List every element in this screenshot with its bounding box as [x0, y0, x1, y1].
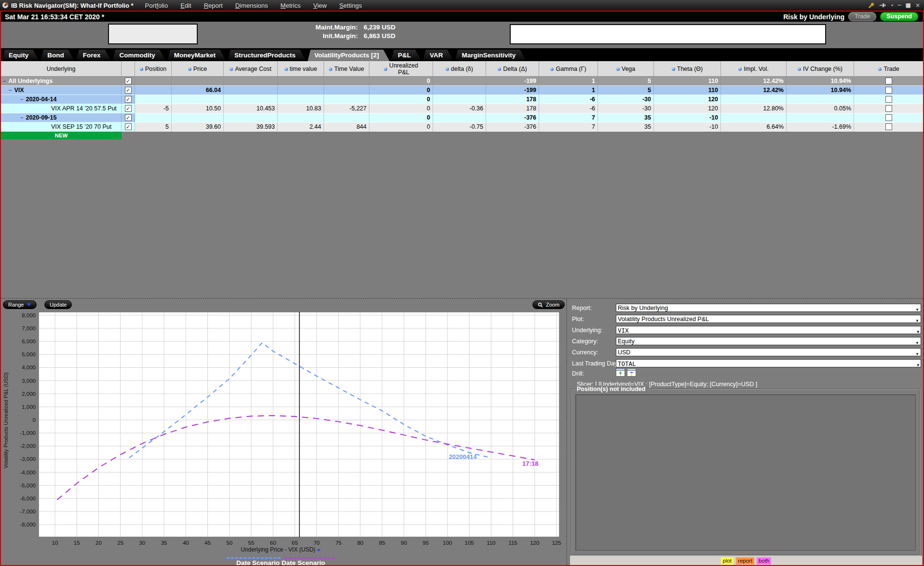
trade-checkbox[interactable] [885, 105, 892, 112]
column-header-iv-change-[interactable]: IV Change (%) [787, 61, 854, 77]
tab-p-l[interactable]: P&L [391, 50, 421, 61]
column-header-underlying[interactable]: Underlying [1, 61, 122, 77]
trade-cell[interactable] [854, 122, 924, 132]
column-header-time-value[interactable]: time value [278, 61, 324, 77]
tab-moneymarket[interactable]: MoneyMarket [167, 50, 226, 61]
trade-button[interactable]: Trade [848, 12, 876, 21]
tab-equity[interactable]: Equity [2, 50, 39, 61]
row-include-checkbox[interactable]: ✓ [122, 77, 135, 86]
trade-checkbox[interactable] [885, 114, 892, 121]
column-header-impl-vol-[interactable]: Impl. Vol. [721, 61, 787, 77]
row-label[interactable]: VIX SEP 15 '20 70 Put [1, 122, 122, 132]
row-include-checkbox[interactable]: ✓ [122, 122, 135, 132]
row-include-checkbox[interactable]: ✓ [122, 104, 135, 113]
collapse-minus-icon[interactable]: − [20, 97, 23, 102]
maximize-button[interactable]: ■ [906, 2, 911, 8]
checkbox-icon[interactable]: ✓ [125, 87, 132, 94]
trade-cell[interactable] [854, 113, 924, 122]
trade-cell[interactable] [854, 95, 924, 104]
chevron-down-icon[interactable]: ▾ [891, 3, 894, 8]
row-include-checkbox[interactable] [122, 132, 135, 139]
row-label[interactable]: VIX APR 14 '20 57.5 Put [1, 104, 122, 113]
table-cell [224, 132, 278, 139]
view-button-both[interactable]: both [757, 557, 771, 565]
row-label[interactable]: −2020-04-14 [1, 95, 122, 104]
collapse-minus-icon[interactable]: − [20, 115, 23, 120]
row-label[interactable]: −2020-09-15 [1, 113, 122, 122]
table-cell [324, 113, 369, 122]
checkbox-icon[interactable]: ✓ [125, 123, 132, 130]
field-label-currency-: Currency: [572, 349, 598, 356]
column-header-delta-[interactable]: delta (δ) [433, 61, 486, 77]
table-cell [278, 86, 324, 95]
row-include-checkbox[interactable]: ✓ [122, 113, 135, 122]
row-label[interactable]: −All Underlyings [1, 77, 122, 86]
menu-dimensions[interactable]: Dimensions [235, 2, 268, 9]
menu-view[interactable]: View [313, 2, 326, 9]
wrench-icon[interactable] [868, 2, 875, 9]
collapse-minus-icon[interactable]: − [3, 79, 6, 83]
tab-forex[interactable]: Forex [76, 50, 111, 61]
trade-checkbox[interactable] [885, 123, 892, 130]
trade-checkbox[interactable] [885, 96, 892, 103]
tab-bond[interactable]: Bond [41, 50, 75, 61]
minimize-button[interactable]: ─ [897, 2, 901, 8]
checkbox-icon[interactable]: ✓ [125, 96, 132, 103]
column-header-gamma-[interactable]: Gamma (Γ) [539, 61, 598, 77]
trade-cell[interactable] [854, 86, 924, 95]
tab-structuredproducts[interactable]: StructuredProducts [228, 50, 306, 61]
column-header-theta-[interactable]: Theta (Θ) [654, 61, 721, 77]
tab-var[interactable]: VAR [423, 50, 454, 61]
row-include-checkbox[interactable]: ✓ [122, 86, 135, 95]
svg-text:−: − [630, 369, 634, 376]
column-header-vega[interactable]: Vega [598, 61, 654, 77]
table-cell: 7 [539, 113, 598, 122]
drill-expand-icon[interactable]: + [616, 368, 625, 377]
column-header-trade[interactable]: Trade [854, 61, 924, 77]
column-header-time-value[interactable]: Time Value [324, 61, 369, 77]
menu-report[interactable]: Report [204, 2, 223, 9]
dropdown-last-trading-day-[interactable]: TOTAL▼ [616, 359, 921, 367]
row-label[interactable]: NEW [1, 132, 122, 139]
column-header-average-cost[interactable]: Average Cost [224, 61, 278, 77]
dropdown-underlying-[interactable]: VIX▼ [616, 326, 921, 334]
dropdown-currency-[interactable]: USD▼ [616, 348, 921, 356]
menu-metrics[interactable]: Metrics [281, 2, 301, 9]
tab-marginsensitivity[interactable]: MarginSensitivity [455, 50, 526, 61]
collapse-minus-icon[interactable]: − [9, 88, 12, 93]
column-header-delta-[interactable]: Delta (Δ) [486, 61, 539, 77]
view-button-plot[interactable]: plot [721, 557, 734, 565]
column-header-checkbox[interactable] [122, 61, 135, 77]
blank-panel-left [108, 24, 198, 44]
chart-x-axis-label[interactable]: Underlying Price - VIX (USD) [1, 546, 560, 553]
tab-commodity[interactable]: Commodity [113, 50, 166, 61]
trade-checkbox[interactable] [885, 87, 892, 94]
drill-collapse-icon[interactable]: − [627, 368, 636, 377]
dropdown-plot-[interactable]: Volatility Products Unrealized P&L▼ [616, 315, 921, 323]
suspend-button[interactable]: Suspend [880, 12, 918, 21]
trade-cell[interactable] [854, 132, 924, 139]
dropdown-report-[interactable]: Risk by Underlying▼ [616, 304, 921, 312]
trade-checkbox[interactable] [885, 78, 892, 84]
row-label[interactable]: −VIX [1, 86, 122, 95]
menu-portfolio[interactable]: Portfolio [145, 2, 168, 9]
column-header-unrealized-p-l[interactable]: Unrealized P&L [369, 61, 433, 77]
menu-settings[interactable]: Settings [339, 2, 362, 9]
column-header-price[interactable]: Price [172, 61, 224, 77]
checkbox-icon[interactable]: ✓ [125, 114, 132, 121]
dropdown-category-[interactable]: Equity▼ [616, 337, 921, 345]
tab-volatilityproducts-2-[interactable]: VolatilityProducts [2] [308, 50, 390, 61]
trade-cell[interactable] [854, 77, 924, 86]
row-include-checkbox[interactable]: ✓ [122, 95, 135, 104]
table-cell: -6 [539, 104, 598, 113]
checkbox-icon[interactable]: ✓ [125, 105, 132, 112]
view-button-report[interactable]: report [736, 557, 754, 565]
checkbox-icon[interactable]: ✓ [125, 78, 132, 84]
trade-cell[interactable] [854, 104, 924, 113]
table-cell: 5 [135, 122, 172, 132]
sort-dot-icon [878, 67, 882, 71]
column-header-position[interactable]: Position [135, 61, 172, 77]
pin-icon[interactable] [879, 2, 887, 8]
menu-edit[interactable]: Edit [180, 2, 191, 9]
close-button[interactable]: × [915, 2, 920, 8]
